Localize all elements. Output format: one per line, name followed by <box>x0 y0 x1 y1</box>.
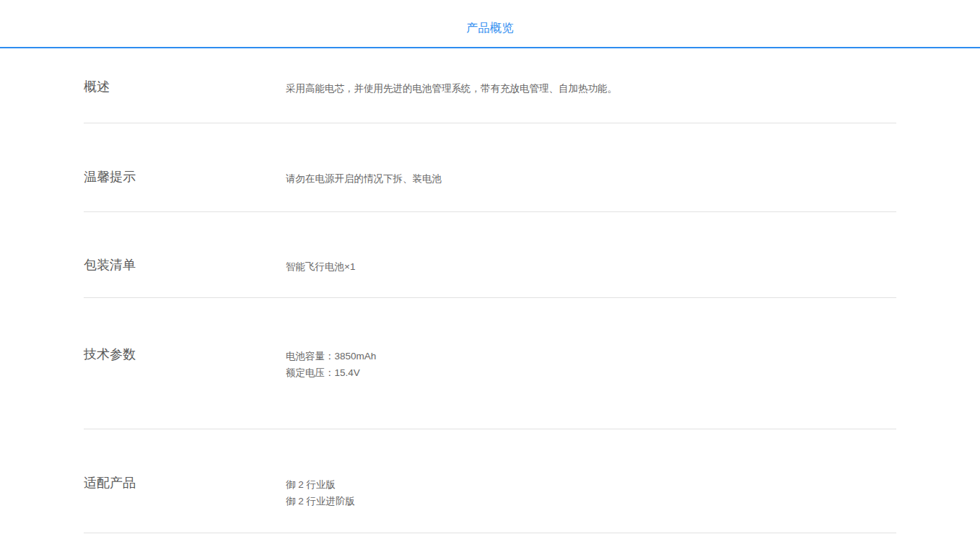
spec-row-line: 御 2 行业版 <box>286 476 896 493</box>
spec-row-line: 智能飞行电池×1 <box>286 258 896 275</box>
spec-row-line: 御 2 行业进阶版 <box>286 493 896 509</box>
spec-row-line: 额定电压：15.4V <box>286 364 896 381</box>
spec-row-content: 御 2 行业版 御 2 行业进阶版 <box>286 474 896 533</box>
spec-row-label: 温馨提示 <box>84 168 286 211</box>
spec-row-line: 电池容量：3850mAh <box>286 348 896 364</box>
spec-row-content: 智能飞行电池×1 <box>286 256 896 297</box>
spec-row-tech-specs: 技术参数 电池容量：3850mAh 额定电压：15.4V <box>84 298 896 429</box>
spec-row-label: 包装清单 <box>84 256 286 297</box>
spec-row-content: 请勿在电源开启的情况下拆、装电池 <box>286 168 896 211</box>
tabs-header: 产品概览 <box>0 0 980 48</box>
spec-row-label: 适配产品 <box>84 474 286 533</box>
spec-row-label: 技术参数 <box>84 346 286 429</box>
spec-row-line: 请勿在电源开启的情况下拆、装电池 <box>286 170 896 187</box>
tab-product-overview[interactable]: 产品概览 <box>466 21 514 36</box>
spec-row-compatible-products: 适配产品 御 2 行业版 御 2 行业进阶版 <box>84 429 896 533</box>
spec-row-tips: 温馨提示 请勿在电源开启的情况下拆、装电池 <box>84 123 896 212</box>
spec-table: 概述 采用高能电芯，并使用先进的电池管理系统，带有充放电管理、自加热功能。 温馨… <box>84 48 896 533</box>
spec-row-content: 电池容量：3850mAh 额定电压：15.4V <box>286 346 896 429</box>
spec-row-package-list: 包装清单 智能飞行电池×1 <box>84 212 896 298</box>
spec-row-overview: 概述 采用高能电芯，并使用先进的电池管理系统，带有充放电管理、自加热功能。 <box>84 48 896 123</box>
spec-row-line: 采用高能电芯，并使用先进的电池管理系统，带有充放电管理、自加热功能。 <box>286 80 896 97</box>
spec-row-content: 采用高能电芯，并使用先进的电池管理系统，带有充放电管理、自加热功能。 <box>286 78 896 123</box>
spec-row-label: 概述 <box>84 78 286 123</box>
